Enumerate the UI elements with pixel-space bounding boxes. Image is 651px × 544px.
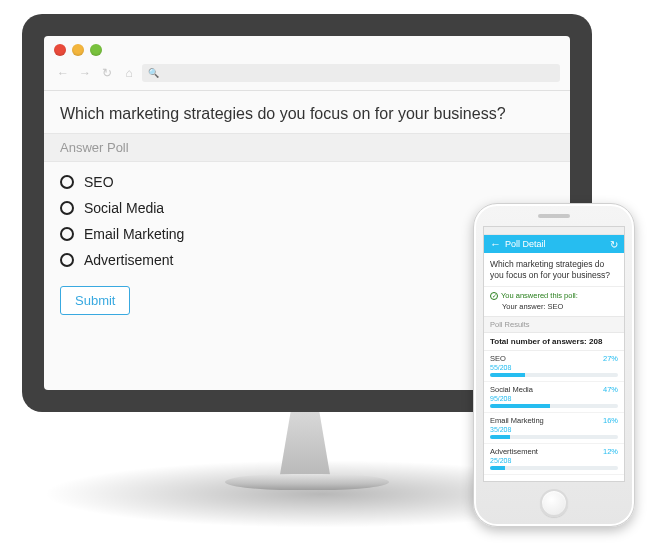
result-row: Social Media47%95/208 [484, 382, 624, 413]
result-count: 95/208 [490, 395, 618, 402]
result-percent: 16% [603, 416, 618, 425]
window-zoom-dot[interactable] [90, 44, 102, 56]
progress-track [490, 404, 618, 408]
result-percent: 47% [603, 385, 618, 394]
option-label: SEO [84, 174, 114, 190]
window-close-dot[interactable] [54, 44, 66, 56]
phone-body: Which marketing strategies do you focus … [484, 253, 624, 481]
nav-title: Poll Detail [505, 239, 546, 249]
progress-fill [490, 404, 550, 408]
phone-screen: ← Poll Detail ↻ Which marketing strategi… [483, 226, 625, 482]
progress-track [490, 466, 618, 470]
phone-navbar: ← Poll Detail ↻ [484, 235, 624, 253]
result-count: 35/208 [490, 426, 618, 433]
back-button[interactable]: ← [54, 65, 72, 81]
back-icon[interactable]: ← [490, 238, 501, 250]
window-titlebar [44, 36, 570, 64]
radio-icon [60, 253, 74, 267]
poll-results-section-label: Poll Results [484, 316, 624, 333]
radio-icon [60, 227, 74, 241]
radio-icon [60, 175, 74, 189]
result-count: 25/208 [490, 457, 618, 464]
monitor-stand-neck [265, 412, 345, 478]
refresh-button[interactable]: ↻ [98, 65, 116, 81]
monitor-stand-base [225, 474, 389, 490]
option-label: Social Media [84, 200, 164, 216]
result-percent: 27% [603, 354, 618, 363]
your-answer-prefix: Your answer: [502, 302, 548, 311]
window-minimize-dot[interactable] [72, 44, 84, 56]
address-bar[interactable]: 🔍 [142, 64, 560, 82]
search-icon: 🔍 [148, 68, 159, 78]
result-label: Email Marketing [490, 416, 544, 425]
progress-fill [490, 466, 505, 470]
progress-fill [490, 435, 510, 439]
total-value: 208 [589, 337, 602, 346]
your-answer: Your answer: SEO [484, 302, 624, 316]
your-answer-value: SEO [548, 302, 564, 311]
phone-home-button[interactable] [540, 489, 568, 517]
check-icon: ✓ [490, 292, 498, 300]
result-row: SEO27%55/208 [484, 351, 624, 382]
option-label: Advertisement [84, 252, 173, 268]
answered-banner: ✓ You answered this poll: [484, 287, 624, 302]
answer-poll-section-label: Answer Poll [44, 133, 570, 162]
refresh-icon[interactable]: ↻ [610, 239, 618, 250]
option-seo[interactable]: SEO [60, 174, 554, 190]
result-row: Email Marketing16%35/208 [484, 413, 624, 444]
result-label: Advertisement [490, 447, 538, 456]
phone-speaker [538, 214, 570, 218]
phone-poll-question: Which marketing strategies do you focus … [484, 253, 624, 287]
result-count: 55/208 [490, 364, 618, 371]
result-label: Social Media [490, 385, 533, 394]
phone-frame: ← Poll Detail ↻ Which marketing strategi… [473, 203, 635, 527]
poll-question: Which marketing strategies do you focus … [44, 91, 570, 133]
browser-toolbar: ← → ↻ ⌂ 🔍 [44, 64, 570, 91]
home-button[interactable]: ⌂ [120, 65, 138, 81]
progress-track [490, 435, 618, 439]
option-label: Email Marketing [84, 226, 184, 242]
phone-statusbar [484, 227, 624, 235]
progress-fill [490, 373, 525, 377]
result-percent: 12% [603, 447, 618, 456]
answered-label: You answered this poll: [501, 291, 578, 300]
progress-track [490, 373, 618, 377]
forward-button[interactable]: → [76, 65, 94, 81]
result-label: SEO [490, 354, 506, 363]
result-row: Advertisement12%25/208 [484, 444, 624, 475]
results-list: SEO27%55/208Social Media47%95/208Email M… [484, 351, 624, 475]
radio-icon [60, 201, 74, 215]
submit-button[interactable]: Submit [60, 286, 130, 315]
total-answers: Total number of answers: 208 [484, 333, 624, 351]
total-prefix: Total number of answers: [490, 337, 589, 346]
